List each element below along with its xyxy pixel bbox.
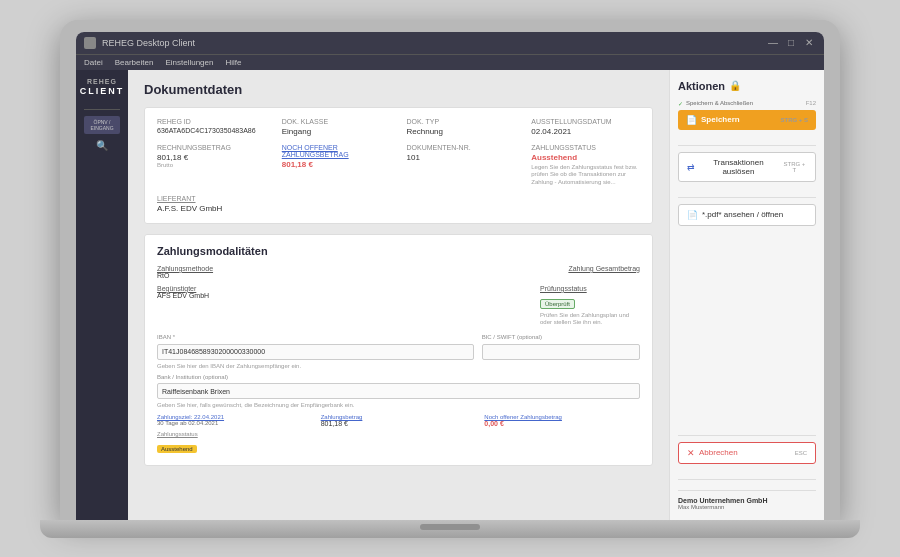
main-layout: REHEG CLIENT ÖPNV / EINGANG 🔍 <box>76 70 824 520</box>
zahlungsziel-col: Zahlungsziel: 22.04.2021 30 Tage ab 02.0… <box>157 414 313 427</box>
content-area: Dokumentdaten REHEG ID 636ATA6DC4C173035… <box>128 70 824 520</box>
actions-title: Aktionen 🔒 <box>678 80 816 92</box>
spacer <box>678 235 816 429</box>
rechnungsbetrag-field: Rechnungsbetrag 801,18 € Brutto <box>157 144 266 187</box>
iban-bic-row: IBAN * Geben Sie hier den IBAN der Zahlu… <box>157 330 640 370</box>
divider-2 <box>678 197 816 198</box>
check-icon: ✓ <box>678 100 683 107</box>
laptop-base <box>40 520 860 538</box>
pdf-btn[interactable]: 📄 *.pdf* ansehen / öffnen <box>678 204 816 226</box>
speichern-btn[interactable]: 📄 Speichern STRG + S <box>678 110 816 130</box>
save-icon: 📄 <box>686 115 697 125</box>
beguenstigter-row: Begünstigter AFS EDV GmbH Prüfungsstatus… <box>157 285 640 326</box>
app-icon <box>84 37 96 49</box>
lock-icon: 🔒 <box>729 80 741 91</box>
window-controls: — □ ✕ <box>766 36 816 50</box>
bank-input[interactable] <box>157 383 640 399</box>
bic-section: BIC / SWIFT (optional) <box>482 330 640 370</box>
pdf-group: 📄 *.pdf* ansehen / öffnen <box>678 204 816 229</box>
dokumentdaten-card: REHEG ID 636ATA6DC4C1730350483A86 Dok. K… <box>144 107 653 224</box>
sidebar-logo: REHEG CLIENT <box>80 78 125 97</box>
doc-area: Dokumentdaten REHEG ID 636ATA6DC4C173035… <box>128 70 669 520</box>
laptop-screen: REHEG Desktop Client — □ ✕ Datei Bearbei… <box>76 32 824 520</box>
menu-bar: Datei Bearbeiten Einstellungen Hilfe <box>76 54 824 70</box>
actions-panel: Aktionen 🔒 ✓ Speichern & Abschließen F12 <box>669 70 824 520</box>
abbrechen-group: ✕ Abbrechen ESC <box>678 442 816 467</box>
pdf-icon: 📄 <box>687 210 698 220</box>
zahlungsstatus-doc-field: Zahlungsstatus Ausstehend Legen Sie den … <box>531 144 640 187</box>
dok-klasse-field: Dok. Klasse Eingang <box>282 118 391 136</box>
opnv-eingang-btn[interactable]: ÖPNV / EINGANG <box>84 116 120 134</box>
cancel-icon: ✕ <box>687 448 695 458</box>
laptop-shell: REHEG Desktop Client — □ ✕ Datei Bearbei… <box>60 20 840 520</box>
menu-bearbeiten[interactable]: Bearbeiten <box>115 58 154 67</box>
divider-3 <box>678 435 816 436</box>
iban-section: IBAN * Geben Sie hier den IBAN der Zahlu… <box>157 330 474 370</box>
lieferant-section: Lieferant A.F.S. EDV GmbH <box>157 195 640 213</box>
zahlungsmodalitaeten-card: Zahlungsmodalitäten Zahlungsmethode RtO … <box>144 234 653 466</box>
transaction-icon: ⇄ <box>687 162 695 172</box>
dokumenten-nr-field: Dokumenten-Nr. 101 <box>407 144 516 187</box>
doc-fields-row-2: Rechnungsbetrag 801,18 € Brutto Noch off… <box>157 144 640 187</box>
reheg-id-field: REHEG ID 636ATA6DC4C1730350483A86 <box>157 118 266 136</box>
noch-offener-betrag-col: Noch offener Zahlungsbetrag 0,00 € <box>484 414 640 427</box>
save-abschliessen-group: ✓ Speichern & Abschließen F12 📄 Speicher… <box>678 100 816 133</box>
dok-typ-field: Dok. Typ Rechnung <box>407 118 516 136</box>
maximize-btn[interactable]: □ <box>784 36 798 50</box>
transaktionen-group: ⇄ Transaktionen auslösen STRG + T <box>678 152 816 185</box>
payment-method-row: Zahlungsmethode RtO Zahlung Gesamtbetrag <box>157 265 640 279</box>
menu-hilfe[interactable]: Hilfe <box>225 58 241 67</box>
minimize-btn[interactable]: — <box>766 36 780 50</box>
abbrechen-btn[interactable]: ✕ Abbrechen ESC <box>678 442 816 464</box>
pruefungsstatus-badge: Überprüft <box>540 299 575 309</box>
payment-zahlungsstatus: Zahlungsstatus Ausstehend <box>157 431 640 455</box>
dokumentdaten-title: Dokumentdaten <box>144 82 653 97</box>
close-btn[interactable]: ✕ <box>802 36 816 50</box>
sidebar: REHEG CLIENT ÖPNV / EINGANG 🔍 <box>76 70 128 520</box>
ausstellungsdatum-field: Ausstellungsdatum 02.04.2021 <box>531 118 640 136</box>
transaktionen-btn[interactable]: ⇄ Transaktionen auslösen STRG + T <box>678 152 816 182</box>
zahlungsbetrag-col: Zahlungsbetrag 801,18 € <box>321 414 477 427</box>
zahlungsstatus-badge: Ausstehend <box>157 445 197 453</box>
app-window: REHEG Desktop Client — □ ✕ Datei Bearbei… <box>76 32 824 520</box>
app-title: REHEG Desktop Client <box>102 38 195 48</box>
search-icon[interactable]: 🔍 <box>96 140 108 151</box>
doc-fields-row-1: REHEG ID 636ATA6DC4C1730350483A86 Dok. K… <box>157 118 640 136</box>
sidebar-divider <box>84 109 120 110</box>
zahlungsziel-row: Zahlungsziel: 22.04.2021 30 Tage ab 02.0… <box>157 414 640 427</box>
user-info: Demo Unternehmen GmbH Max Mustermann <box>678 490 816 510</box>
menu-einstellungen[interactable]: Einstellungen <box>165 58 213 67</box>
bic-input[interactable] <box>482 344 640 360</box>
zahlungsmodalitaeten-title: Zahlungsmodalitäten <box>157 245 640 257</box>
divider-1 <box>678 145 816 146</box>
divider-4 <box>678 479 816 480</box>
bank-section: Bank / Institution (optional) Geben Sie … <box>157 374 640 409</box>
title-bar: REHEG Desktop Client — □ ✕ <box>76 32 824 54</box>
iban-input[interactable] <box>157 344 474 360</box>
menu-datei[interactable]: Datei <box>84 58 103 67</box>
noch-offener-field: Noch offener Zahlungsbetrag 801,18 € <box>282 144 391 187</box>
